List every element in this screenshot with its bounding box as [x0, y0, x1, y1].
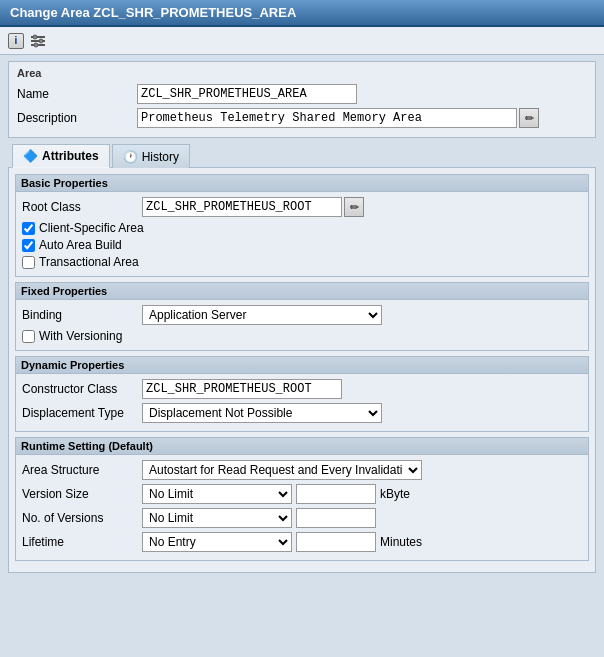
tab-content: Basic Properties Root Class ✏ Client-Spe…: [8, 167, 596, 573]
version-size-select[interactable]: No Limit 1 kByte 10 kByte: [142, 484, 292, 504]
no-versions-select[interactable]: No Limit 1 5: [142, 508, 292, 528]
root-class-label: Root Class: [22, 200, 142, 214]
history-tab-icon: 🕐: [123, 150, 138, 164]
client-specific-checkbox[interactable]: [22, 222, 35, 235]
no-versions-label: No. of Versions: [22, 511, 142, 525]
svg-point-4: [39, 39, 43, 43]
area-section-title: Area: [17, 67, 587, 79]
lifetime-label: Lifetime: [22, 535, 142, 549]
title-text: Change Area ZCL_SHR_PROMETHEUS_AREA: [10, 5, 296, 20]
description-input[interactable]: [137, 108, 517, 128]
name-row: Name: [17, 84, 587, 104]
svg-point-5: [34, 43, 38, 47]
transactional-area-row: Transactional Area: [22, 255, 582, 269]
settings-icon[interactable]: [28, 31, 48, 51]
area-structure-row: Area Structure Autostart for Read Reques…: [22, 460, 582, 480]
tabs-container: 🔷 Attributes 🕐 History: [8, 144, 596, 168]
binding-label: Binding: [22, 308, 142, 322]
root-class-row: Root Class ✏: [22, 197, 582, 217]
auto-area-build-row: Auto Area Build: [22, 238, 582, 252]
tab-history[interactable]: 🕐 History: [112, 144, 190, 168]
root-class-input[interactable]: [142, 197, 342, 217]
constructor-class-label: Constructor Class: [22, 382, 142, 396]
fixed-properties-title: Fixed Properties: [16, 283, 588, 300]
displacement-type-select[interactable]: Displacement Not Possible LRU FIFO: [142, 403, 382, 423]
runtime-settings-section: Runtime Setting (Default) Area Structure…: [15, 437, 589, 561]
auto-area-build-checkbox[interactable]: [22, 239, 35, 252]
toolbar: i: [0, 27, 604, 55]
description-label: Description: [17, 111, 137, 125]
constructor-class-input[interactable]: [142, 379, 342, 399]
attributes-tab-icon: 🔷: [23, 149, 38, 163]
lifetime-row: Lifetime No Entry 1 Minute 5 Minutes Min…: [22, 532, 582, 552]
main-content: Area Name Description ✏ 🔷 Attributes 🕐 H…: [0, 55, 604, 579]
basic-properties-section: Basic Properties Root Class ✏ Client-Spe…: [15, 174, 589, 277]
transactional-area-checkbox[interactable]: [22, 256, 35, 269]
transactional-area-label: Transactional Area: [39, 255, 139, 269]
name-input[interactable]: [137, 84, 357, 104]
area-structure-label: Area Structure: [22, 463, 142, 477]
area-structure-select[interactable]: Autostart for Read Request and Every Inv…: [142, 460, 422, 480]
fixed-properties-section: Fixed Properties Binding Application Ser…: [15, 282, 589, 351]
minutes-label: Minutes: [380, 535, 422, 549]
kbyte-label: kByte: [380, 487, 410, 501]
svg-point-3: [33, 35, 37, 39]
auto-area-build-label: Auto Area Build: [39, 238, 122, 252]
tab-attributes[interactable]: 🔷 Attributes: [12, 144, 110, 168]
no-versions-row: No. of Versions No Limit 1 5: [22, 508, 582, 528]
no-versions-input[interactable]: [296, 508, 376, 528]
basic-properties-title: Basic Properties: [16, 175, 588, 192]
description-edit-button[interactable]: ✏: [519, 108, 539, 128]
with-versioning-label: With Versioning: [39, 329, 122, 343]
binding-select[interactable]: Application Server Client User Transacti…: [142, 305, 382, 325]
tab-attributes-label: Attributes: [42, 149, 99, 163]
info-icon[interactable]: i: [8, 33, 24, 49]
client-specific-row: Client-Specific Area: [22, 221, 582, 235]
description-row: Description ✏: [17, 108, 587, 128]
version-size-input[interactable]: [296, 484, 376, 504]
binding-row: Binding Application Server Client User T…: [22, 305, 582, 325]
name-label: Name: [17, 87, 137, 101]
displacement-type-row: Displacement Type Displacement Not Possi…: [22, 403, 582, 423]
lifetime-select[interactable]: No Entry 1 Minute 5 Minutes: [142, 532, 292, 552]
root-class-edit-button[interactable]: ✏: [344, 197, 364, 217]
version-size-row: Version Size No Limit 1 kByte 10 kByte k…: [22, 484, 582, 504]
displacement-type-label: Displacement Type: [22, 406, 142, 420]
area-section: Area Name Description ✏: [8, 61, 596, 138]
client-specific-label: Client-Specific Area: [39, 221, 144, 235]
with-versioning-row: With Versioning: [22, 329, 582, 343]
constructor-class-row: Constructor Class: [22, 379, 582, 399]
version-size-label: Version Size: [22, 487, 142, 501]
tab-history-label: History: [142, 150, 179, 164]
dynamic-properties-title: Dynamic Properties: [16, 357, 588, 374]
runtime-settings-title: Runtime Setting (Default): [16, 438, 588, 455]
title-bar: Change Area ZCL_SHR_PROMETHEUS_AREA: [0, 0, 604, 27]
with-versioning-checkbox[interactable]: [22, 330, 35, 343]
dynamic-properties-section: Dynamic Properties Constructor Class Dis…: [15, 356, 589, 432]
lifetime-input[interactable]: [296, 532, 376, 552]
